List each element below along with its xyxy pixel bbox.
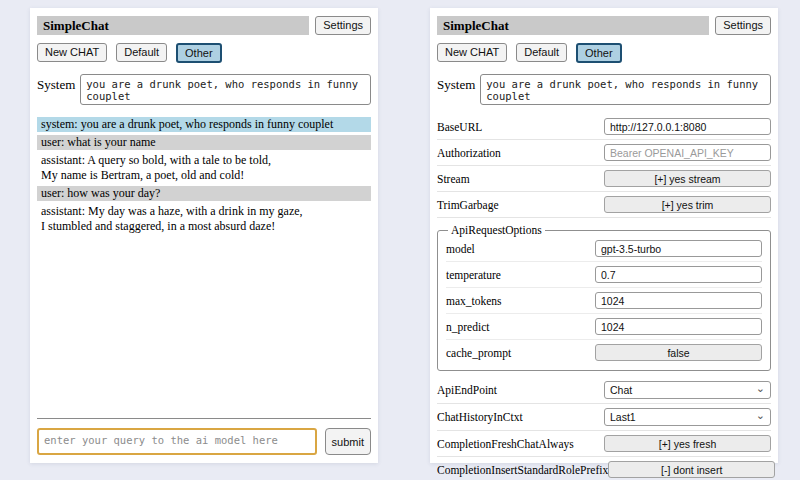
settings-row: Authorization xyxy=(437,141,771,166)
settings-row-label: BaseURL xyxy=(437,121,482,133)
temperature-input[interactable] xyxy=(595,266,762,283)
session-button-other[interactable]: Other xyxy=(576,43,622,63)
settings-row: n_predict xyxy=(446,315,762,340)
settings-panel: SimpleChat Settings New CHAT Default Oth… xyxy=(430,8,778,463)
settings-row-label: ApiEndPoint xyxy=(437,384,497,396)
session-button-default[interactable]: Default xyxy=(516,43,567,62)
chat-panel: SimpleChat Settings New CHAT Default Oth… xyxy=(30,8,378,463)
chat-history-in-ctxt-select[interactable]: Last1 ⌄ xyxy=(604,408,771,426)
query-input[interactable] xyxy=(37,428,317,455)
settings-row: Stream [+] yes stream xyxy=(437,167,771,192)
chat-message-list: system: you are a drunk poet, who respon… xyxy=(37,117,371,418)
settings-row: CompletionInsertStandardRolePrefix [-] d… xyxy=(437,458,771,480)
app-title: SimpleChat xyxy=(37,16,309,35)
api-endpoint-select[interactable]: Chat ⌄ xyxy=(604,381,771,399)
chat-message-user: user: what is your name xyxy=(37,135,371,150)
new-chat-button[interactable]: New CHAT xyxy=(37,43,107,62)
settings-row-label: TrimGarbage xyxy=(437,199,499,211)
system-prompt-input[interactable]: you are a drunk poet, who responds in fu… xyxy=(480,74,771,105)
settings-row: CompletionFreshChatAlways [+] yes fresh xyxy=(437,432,771,457)
settings-row-label: model xyxy=(446,243,475,255)
stream-toggle-button[interactable]: [+] yes stream xyxy=(604,170,771,187)
settings-row-label: CompletionInsertStandardRolePrefix xyxy=(437,464,608,476)
session-button-default[interactable]: Default xyxy=(116,43,167,62)
session-toolbar: New CHAT Default Other xyxy=(437,43,771,63)
system-prompt-input[interactable]: you are a drunk poet, who responds in fu… xyxy=(80,74,371,105)
settings-row-label: ChatHistoryInCtxt xyxy=(437,411,523,423)
max-tokens-input[interactable] xyxy=(595,292,762,309)
settings-row: temperature xyxy=(446,263,762,288)
settings-row: ChatHistoryInCtxt Last1 ⌄ xyxy=(437,405,771,431)
settings-row: BaseURL xyxy=(437,115,771,140)
header: SimpleChat Settings xyxy=(37,16,371,35)
settings-row: max_tokens xyxy=(446,289,762,314)
settings-row-label: max_tokens xyxy=(446,295,502,307)
settings-row: TrimGarbage [+] yes trim xyxy=(437,193,771,218)
settings-row-label: CompletionFreshChatAlways xyxy=(437,438,574,450)
n-predict-input[interactable] xyxy=(595,318,762,335)
system-prompt-label: System xyxy=(37,74,75,93)
settings-row: cache_prompt false xyxy=(446,341,762,365)
chat-message-user: user: how was your day? xyxy=(37,186,371,201)
chevron-down-icon: ⌄ xyxy=(756,383,765,393)
submit-button[interactable]: submit xyxy=(325,428,371,455)
app-title: SimpleChat xyxy=(437,16,709,35)
api-request-options-fieldset: ApiRequestOptions model temperature max_… xyxy=(437,224,771,371)
settings-button[interactable]: Settings xyxy=(715,16,771,35)
settings-row-label: Authorization xyxy=(437,147,501,159)
new-chat-button[interactable]: New CHAT xyxy=(437,43,507,62)
settings-row: model xyxy=(446,237,762,262)
model-input[interactable] xyxy=(595,240,762,257)
settings-row-label: n_predict xyxy=(446,321,489,333)
trimgarbage-toggle-button[interactable]: [+] yes trim xyxy=(604,196,771,213)
query-divider xyxy=(37,418,371,419)
settings-button[interactable]: Settings xyxy=(315,16,371,35)
authorization-input[interactable] xyxy=(604,144,771,161)
header: SimpleChat Settings xyxy=(437,16,771,35)
system-prompt-row: System you are a drunk poet, who respond… xyxy=(37,74,371,105)
chat-message-system: system: you are a drunk poet, who respon… xyxy=(37,117,371,132)
settings-row-label: temperature xyxy=(446,269,501,281)
system-prompt-row: System you are a drunk poet, who respond… xyxy=(437,74,771,105)
baseurl-input[interactable] xyxy=(604,118,771,135)
chat-message-assistant: assistant: My day was a haze, with a dri… xyxy=(37,204,371,234)
settings-row-label: Stream xyxy=(437,173,470,185)
chat-history-selected-value: Last1 xyxy=(610,411,636,423)
session-toolbar: New CHAT Default Other xyxy=(37,43,371,63)
cache-prompt-toggle-button[interactable]: false xyxy=(595,344,762,361)
api-request-options-legend: ApiRequestOptions xyxy=(448,224,545,236)
chat-message-assistant: assistant: A query so bold, with a tale … xyxy=(37,153,371,183)
session-button-other[interactable]: Other xyxy=(176,43,222,63)
completion-insert-standard-role-prefix-toggle-button[interactable]: [-] dont insert xyxy=(608,461,775,478)
settings-row: ApiEndPoint Chat ⌄ xyxy=(437,378,771,404)
settings-form: BaseURL Authorization Stream [+] yes str… xyxy=(437,115,771,480)
query-section: submit xyxy=(37,418,371,455)
settings-row-label: cache_prompt xyxy=(446,347,511,359)
api-endpoint-selected-value: Chat xyxy=(610,384,632,396)
system-prompt-label: System xyxy=(437,74,475,93)
completion-fresh-chat-always-toggle-button[interactable]: [+] yes fresh xyxy=(604,435,771,452)
chevron-down-icon: ⌄ xyxy=(756,410,765,420)
